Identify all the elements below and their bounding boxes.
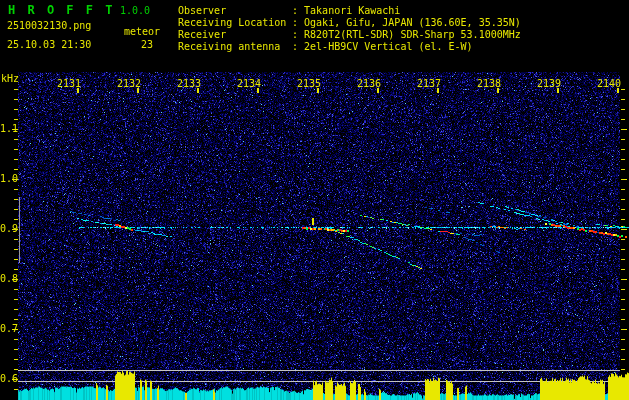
info-row: Receiver: R820T2(RTL-SDR) SDR-Sharp 53.1… xyxy=(178,29,521,40)
info-label: Receiver xyxy=(178,29,292,40)
freq-tick-label: 0.8 xyxy=(0,274,13,284)
freq-tick-label: 1.1 xyxy=(0,124,13,134)
output-filename: 2510032130.png xyxy=(7,21,91,31)
info-label: Receiving Location xyxy=(178,17,292,28)
time-tick-label: 2134 xyxy=(225,79,261,89)
freq-tick-label: 0.6 xyxy=(0,374,13,384)
time-tick-label: 2131 xyxy=(45,79,81,89)
time-tick-label: 2133 xyxy=(165,79,201,89)
freq-axis-unit: kHz xyxy=(1,74,19,84)
info-label: Observer xyxy=(178,5,292,16)
mode-label: meteor xyxy=(124,27,160,37)
freq-tick-label: 0.9 xyxy=(0,224,13,234)
app-version: 1.0.0 xyxy=(120,6,150,16)
datetime-label: 25.10.03 21:30 xyxy=(7,40,91,50)
time-tick-label: 2140 xyxy=(585,79,621,89)
info-value: R820T2(RTL-SDR) SDR-Sharp 53.1000MHz xyxy=(304,29,521,40)
info-label: Receiving antenna xyxy=(178,41,292,52)
info-value: Takanori Kawachi xyxy=(304,5,400,16)
text-overlay: H R O F F T 1.0.0 2510032130.png meteor … xyxy=(0,0,629,400)
info-colon: : xyxy=(292,29,304,40)
app-title: H R O F F T xyxy=(8,4,115,16)
freq-tick-label: 1.0 xyxy=(0,174,13,184)
info-row: Receiving Location: Ogaki, Gifu, JAPAN (… xyxy=(178,17,521,28)
time-tick-label: 2136 xyxy=(345,79,381,89)
info-value: 2el-HB9CV Vertical (el. E-W) xyxy=(304,41,473,52)
echo-count: 23 xyxy=(141,40,153,50)
info-value: Ogaki, Gifu, JAPAN (136.60E, 35.35N) xyxy=(304,17,521,28)
info-colon: : xyxy=(292,41,304,52)
time-tick-label: 2138 xyxy=(465,79,501,89)
info-colon: : xyxy=(292,17,304,28)
hrofft-app: H R O F F T 1.0.0 2510032130.png meteor … xyxy=(0,0,629,400)
info-colon: : xyxy=(292,5,304,16)
info-row: Observer: Takanori Kawachi xyxy=(178,5,400,16)
time-tick-label: 2137 xyxy=(405,79,441,89)
time-tick-label: 2139 xyxy=(525,79,561,89)
time-tick-label: 2135 xyxy=(285,79,321,89)
info-row: Receiving antenna: 2el-HB9CV Vertical (e… xyxy=(178,41,473,52)
time-tick-label: 2132 xyxy=(105,79,141,89)
freq-tick-label: 0.7 xyxy=(0,324,13,334)
